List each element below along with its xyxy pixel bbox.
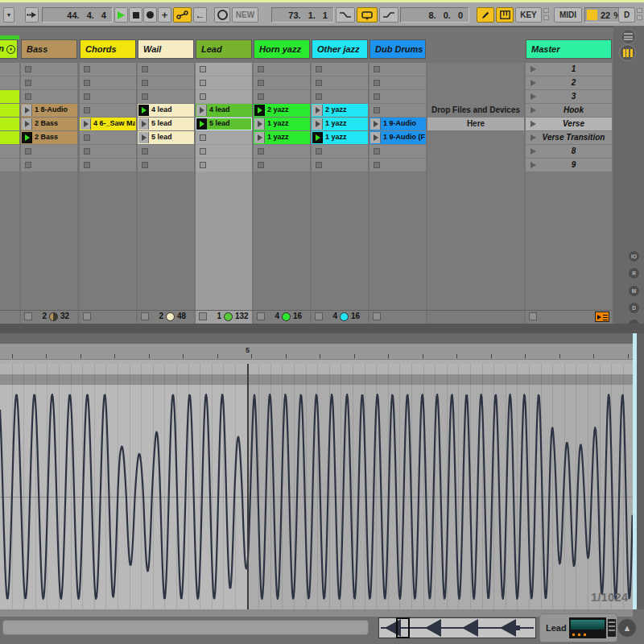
loop-length-display[interactable]: 8. 0. 0 [400, 7, 469, 23]
clip-stop-button[interactable] [84, 66, 90, 72]
clip-slot-clip[interactable]: 1 9-Audio (F [369, 131, 426, 144]
clip-slot-empty[interactable] [80, 104, 136, 117]
track-header-lead[interactable]: Lead [196, 39, 252, 59]
overdub-button[interactable]: + [158, 7, 171, 23]
clip-stop-button[interactable] [374, 93, 380, 100]
scene-row-1[interactable]: 1 [526, 63, 612, 76]
track-stop-all-button[interactable] [24, 312, 32, 320]
arrangement-position-display[interactable]: 44. 4. 4 [42, 7, 113, 23]
clip-slot-empty[interactable] [80, 145, 136, 158]
clip-slot-empty[interactable] [312, 90, 368, 103]
clip-stop-button[interactable] [258, 80, 264, 86]
clip-slot-clip[interactable]: 2 Bass [21, 118, 77, 130]
scene-launch-icon[interactable] [530, 107, 536, 114]
session-record-button[interactable] [214, 7, 230, 23]
scene-launch-icon[interactable] [530, 121, 536, 127]
clip-slot-clip[interactable]: 2 yazz [312, 104, 368, 117]
back-to-arrangement-button[interactable] [595, 312, 609, 322]
clip-stop-button[interactable] [258, 93, 264, 100]
clip-slot-clip[interactable]: 2 Bass [21, 131, 77, 144]
clip-launch-button[interactable] [254, 105, 265, 116]
scene-launch-icon[interactable] [530, 80, 536, 86]
clip-stop-button[interactable] [25, 162, 31, 168]
clip-stop-button[interactable] [374, 148, 380, 155]
clip-stop-button[interactable] [84, 162, 90, 168]
clip-slot-clip[interactable]: 4 6-_Saw Ma [80, 118, 136, 130]
clip-slot-empty[interactable] [196, 90, 252, 103]
clip-stop-button[interactable] [25, 80, 31, 86]
clip-stop-button[interactable] [374, 162, 380, 168]
clip-launch-button[interactable] [138, 105, 149, 116]
clip-stop-button[interactable] [316, 148, 322, 155]
clip-slot-empty[interactable] [254, 90, 310, 103]
clip-stop-button[interactable] [200, 66, 206, 72]
clip-slot-clip[interactable]: 5 lead [138, 131, 194, 144]
playhead-line[interactable] [247, 364, 249, 609]
clip-slot-clip[interactable] [0, 104, 19, 117]
clip-launch-button[interactable] [196, 105, 207, 116]
clip-launch-button[interactable] [80, 118, 91, 130]
clip-slot-empty[interactable] [369, 90, 426, 103]
scene-launch-icon[interactable] [530, 66, 536, 72]
clip-slot-empty[interactable] [0, 145, 19, 158]
clip-slot-empty[interactable] [312, 159, 368, 171]
key-map-button[interactable]: KEY [515, 7, 542, 23]
clip-slot-empty[interactable] [80, 131, 136, 144]
clip-stop-button[interactable] [316, 80, 322, 86]
clip-slot-empty[interactable] [369, 63, 426, 76]
clip-slot-clip[interactable]: 2 yazz [254, 104, 310, 117]
clip-slot-empty[interactable] [138, 145, 194, 158]
clip-slot-empty[interactable] [80, 159, 136, 171]
clip-slot-empty[interactable] [0, 159, 19, 171]
clip-launch-button[interactable] [22, 132, 32, 143]
scene-row-2[interactable]: 2 [526, 76, 612, 89]
clip-slot-empty[interactable] [254, 76, 310, 89]
clip-slot-clip[interactable]: 5 lead [196, 118, 252, 130]
clip-stop-button[interactable] [142, 162, 148, 168]
clip-slot-empty[interactable] [138, 159, 194, 171]
clip-slot-empty[interactable] [312, 63, 368, 76]
clip-launch-button[interactable] [254, 132, 265, 143]
scene-launch-icon[interactable] [530, 93, 536, 100]
chevron-down-icon[interactable]: ▼ [3, 7, 14, 23]
clip-stop-button[interactable] [84, 134, 90, 141]
track-header-master[interactable]: Master [526, 39, 612, 59]
loop-button[interactable] [357, 7, 378, 23]
clip-slot-empty[interactable] [138, 76, 194, 89]
clip-stop-button[interactable] [316, 162, 322, 168]
device-preview-box[interactable]: Lead [539, 613, 617, 642]
clip-slot-clip[interactable]: 1 yazz [254, 118, 310, 130]
clip-slot-empty[interactable] [196, 63, 252, 76]
clip-slot-empty[interactable] [312, 145, 368, 158]
clip-stop-button[interactable] [316, 66, 322, 72]
track-header-other-jazz[interactable]: Other jazz [312, 39, 368, 59]
draw-mode-button[interactable] [477, 7, 494, 23]
clip-launch-button[interactable] [254, 118, 265, 130]
clip-launch-button[interactable] [312, 105, 323, 116]
track-fold-icon[interactable]: ▼ [6, 45, 15, 54]
clip-stop-button[interactable] [258, 148, 264, 155]
follow-button[interactable] [25, 7, 39, 23]
clip-slot-empty[interactable] [80, 63, 136, 76]
scene-launch-icon[interactable] [530, 162, 536, 168]
clip-stop-button[interactable] [142, 93, 148, 100]
stop-button[interactable] [129, 7, 142, 23]
clip-slot-empty[interactable] [0, 63, 19, 76]
clip-slot-empty[interactable] [369, 104, 426, 117]
punch-in-button[interactable] [336, 7, 355, 23]
clip-launch-button[interactable] [370, 118, 381, 130]
clip-slot-clip[interactable] [0, 118, 19, 130]
clip-slot-clip[interactable]: 5 lead [138, 118, 194, 130]
track-header-horn-yazz[interactable]: Horn yazz [254, 39, 310, 59]
track-header-dub-drums[interactable]: Dub Drums [369, 39, 426, 59]
notification-button[interactable]: ▲ [618, 619, 636, 637]
clip-stop-button[interactable] [316, 93, 322, 100]
clip-stop-button[interactable] [25, 66, 31, 72]
clip-stop-button[interactable] [200, 134, 206, 141]
clip-slot-clip[interactable]: 4 lead [196, 104, 252, 117]
capture-new-scene-button[interactable]: NEW [232, 7, 258, 23]
clip-stop-button[interactable] [200, 93, 206, 100]
clip-slot-clip[interactable]: 1 8-Audio [21, 104, 77, 117]
clip-stop-button[interactable] [258, 66, 264, 72]
clip-slot-empty[interactable] [312, 76, 368, 89]
